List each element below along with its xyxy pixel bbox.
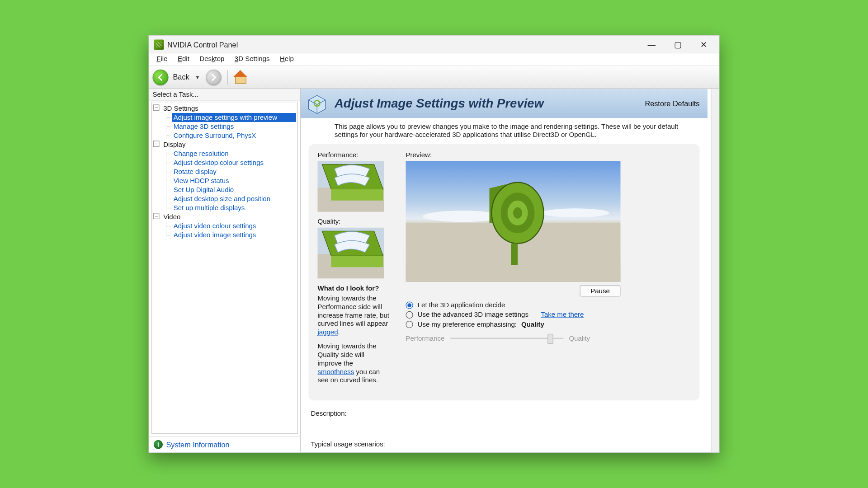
tree-group-video[interactable]: − Video Adjust video colour settings Adj…	[153, 212, 296, 239]
page-header-icon	[305, 92, 329, 115]
examples-column: Performance: Quality:	[318, 151, 390, 390]
back-label: Back	[171, 73, 192, 81]
preference-value: Quality	[521, 320, 544, 328]
forward-button[interactable]	[206, 69, 222, 85]
settings-panel: Performance: Quality:	[309, 144, 700, 401]
tree-item-change-resolution[interactable]: Change resolution	[172, 149, 296, 158]
smoothness-link[interactable]: smoothness	[318, 368, 354, 376]
page-description: This page allows you to preview changes …	[301, 118, 708, 144]
tree-item-set-up-digital-audio[interactable]: Set Up Digital Audio	[172, 185, 296, 194]
tree-item-adjust-video-image[interactable]: Adjust video image settings	[172, 230, 296, 239]
nvidia-icon	[154, 40, 164, 50]
menu-bar: File Edit Desktop 3D Settings Help	[149, 54, 719, 66]
menu-3d-settings[interactable]: 3D Settings	[230, 54, 275, 66]
jagged-link[interactable]: jagged	[318, 328, 338, 336]
radio-empty-icon	[406, 320, 413, 328]
back-dropdown[interactable]: ▼	[194, 74, 203, 80]
quality-slider-row: Performance Quality	[406, 334, 691, 343]
svg-rect-15	[511, 244, 518, 265]
preview-label: Preview:	[406, 151, 691, 159]
slider-label-performance: Performance	[406, 334, 445, 343]
tree-item-adjust-image-settings[interactable]: Adjust image settings with preview	[172, 113, 296, 122]
app-window: NVIDIA Control Panel — ▢ ✕ File Edit Des…	[149, 35, 720, 453]
option-use-advanced[interactable]: Use the advanced 3D image settings Take …	[406, 311, 691, 319]
slider-handle-icon	[547, 334, 553, 344]
menu-help[interactable]: Help	[275, 54, 299, 66]
tree-item-rotate-display[interactable]: Rotate display	[172, 167, 296, 176]
tree-item-adjust-desktop-colour[interactable]: Adjust desktop colour settings	[172, 158, 296, 167]
collapse-icon[interactable]: −	[153, 141, 160, 147]
slider-label-quality: Quality	[569, 334, 590, 343]
description-heading: Description:	[311, 409, 698, 418]
menu-desktop[interactable]: Desktop	[194, 54, 230, 66]
page-header: Adjust Image Settings with Preview Resto…	[301, 89, 708, 118]
take-me-there-link[interactable]: Take me there	[541, 311, 584, 319]
preview-viewport	[406, 161, 621, 282]
page-title: Adjust Image Settings with Preview	[335, 96, 639, 111]
tree-group-3d-settings[interactable]: − 3D Settings Adjust image settings with…	[153, 104, 296, 140]
tree-item-manage-3d-settings[interactable]: Manage 3D settings	[172, 122, 296, 131]
tree-item-set-up-multiple-displays[interactable]: Set up multiple displays	[172, 203, 296, 212]
tree-item-view-hdcp-status[interactable]: View HDCP status	[172, 176, 296, 185]
typical-usage-heading: Typical usage scenarios:	[311, 440, 698, 448]
system-information-link[interactable]: i System Information	[149, 436, 300, 452]
svg-point-14	[513, 207, 522, 219]
tree-item-adjust-desktop-size[interactable]: Adjust desktop size and position	[172, 194, 296, 203]
tree-group-display[interactable]: − Display Change resolution Adjust deskt…	[153, 140, 296, 212]
svg-point-9	[542, 208, 609, 217]
what-look-for-heading: What do I look for?	[318, 284, 390, 292]
menu-file[interactable]: File	[151, 54, 173, 66]
what-look-for-p1: Moving towards the Performance side will…	[318, 294, 390, 337]
task-tree: − 3D Settings Adjust image settings with…	[151, 102, 298, 434]
title-bar: NVIDIA Control Panel — ▢ ✕	[149, 36, 719, 54]
option-let-app-decide[interactable]: Let the 3D application decide	[406, 301, 691, 309]
task-header: Select a Task...	[149, 89, 300, 100]
quality-slider[interactable]	[450, 334, 563, 343]
performance-thumbnail	[318, 161, 385, 212]
restore-defaults-link[interactable]: Restore Defaults	[645, 99, 699, 108]
radio-selected-icon	[406, 301, 413, 309]
close-button[interactable]: ✕	[691, 36, 717, 54]
navigation-toolbar: Back ▼	[149, 66, 719, 89]
option-use-preference[interactable]: Use my preference emphasising: Quality	[406, 320, 691, 328]
tree-item-configure-surround-physx[interactable]: Configure Surround, PhysX	[172, 131, 296, 140]
menu-edit[interactable]: Edit	[173, 54, 194, 66]
what-look-for-p2: Moving towards the Quality side will imp…	[318, 343, 390, 385]
arrow-right-icon	[209, 73, 218, 82]
window-title: NVIDIA Control Panel	[167, 40, 238, 49]
performance-label: Performance:	[318, 151, 390, 159]
tree-item-adjust-video-colour[interactable]: Adjust video colour settings	[172, 221, 296, 230]
quality-thumbnail	[318, 228, 385, 279]
collapse-icon[interactable]: −	[153, 213, 160, 219]
svg-marker-4	[331, 189, 383, 201]
home-button[interactable]	[233, 71, 247, 84]
svg-marker-6	[331, 256, 383, 267]
info-icon: i	[154, 440, 163, 449]
maximize-button[interactable]: ▢	[665, 36, 691, 54]
preview-column: Preview:	[406, 151, 691, 390]
pause-button[interactable]: Pause	[580, 285, 620, 296]
arrow-left-icon	[156, 73, 165, 82]
back-button[interactable]	[153, 69, 169, 85]
quality-label: Quality:	[318, 217, 390, 225]
vertical-scrollbar[interactable]	[711, 89, 719, 452]
radio-empty-icon	[406, 311, 413, 318]
lower-section: Description: Typical usage scenarios:	[301, 406, 708, 448]
main-content: Adjust Image Settings with Preview Resto…	[301, 89, 708, 448]
task-sidebar: Select a Task... − 3D Settings Adjust im…	[149, 89, 301, 452]
minimize-button[interactable]: —	[639, 36, 665, 54]
collapse-icon[interactable]: −	[153, 104, 160, 111]
image-settings-options: Let the 3D application decide Use the ad…	[406, 301, 691, 343]
